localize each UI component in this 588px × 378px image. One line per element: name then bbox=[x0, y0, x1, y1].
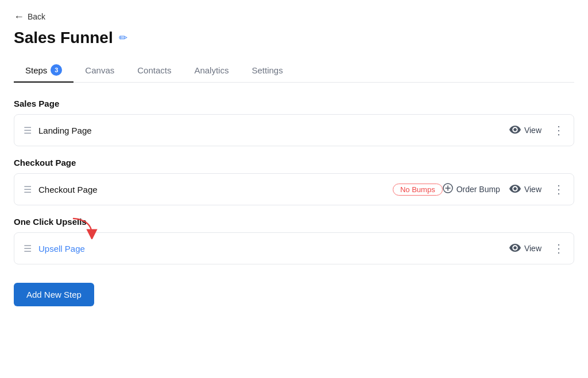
step-upsell-page-actions: View ⋮ bbox=[509, 241, 564, 255]
step-card-checkout-page: ☰ Checkout Page No Bumps Order Bump bbox=[14, 173, 574, 205]
tab-contacts[interactable]: Contacts bbox=[126, 59, 183, 83]
view-upsell-page-label: View bbox=[524, 244, 541, 253]
tab-analytics[interactable]: Analytics bbox=[183, 59, 240, 83]
tab-steps[interactable]: Steps 3 bbox=[14, 59, 74, 83]
tab-steps-label: Steps bbox=[25, 65, 47, 75]
section-sales-page: Sales Page ☰ Landing Page View ⋮ bbox=[14, 99, 574, 146]
tab-settings-label: Settings bbox=[252, 65, 283, 75]
view-checkout-page-label: View bbox=[524, 185, 541, 194]
section-sales-page-label: Sales Page bbox=[14, 99, 574, 108]
more-options-landing-page-icon[interactable]: ⋮ bbox=[553, 123, 564, 137]
section-checkout-page-label: Checkout Page bbox=[14, 158, 574, 167]
drag-handle-upsell-icon[interactable]: ☰ bbox=[24, 243, 32, 254]
view-checkout-page-button[interactable]: View bbox=[509, 184, 541, 196]
no-bumps-badge: No Bumps bbox=[393, 184, 443, 196]
upsell-arrow-container: ☰ Upsell Page View ⋮ bbox=[14, 232, 574, 264]
tab-contacts-label: Contacts bbox=[137, 65, 171, 75]
more-options-checkout-page-icon[interactable]: ⋮ bbox=[553, 182, 564, 196]
back-link[interactable]: ← Back bbox=[14, 11, 574, 22]
add-new-step-button[interactable]: Add New Step bbox=[14, 283, 94, 306]
red-arrow-icon bbox=[65, 216, 100, 239]
page-title: Sales Funnel bbox=[14, 29, 113, 47]
section-upsells: One Click Upsells ☰ Upsell Page bbox=[14, 217, 574, 264]
back-arrow-icon: ← bbox=[14, 11, 24, 22]
section-checkout-page: Checkout Page ☰ Checkout Page No Bumps O… bbox=[14, 158, 574, 205]
step-card-landing-page: ☰ Landing Page View ⋮ bbox=[14, 114, 574, 146]
drag-handle-checkout-icon[interactable]: ☰ bbox=[24, 184, 32, 195]
tab-steps-badge: 3 bbox=[51, 64, 62, 76]
step-checkout-page-actions: Order Bump View ⋮ bbox=[443, 182, 564, 196]
tab-analytics-label: Analytics bbox=[194, 65, 229, 75]
order-bump-button[interactable]: Order Bump bbox=[443, 183, 500, 196]
eye-checkout-icon bbox=[509, 184, 521, 196]
eye-icon bbox=[509, 124, 521, 137]
page-title-row: Sales Funnel ✏ bbox=[14, 29, 574, 47]
back-label: Back bbox=[28, 12, 45, 21]
step-upsell-page-name[interactable]: Upsell Page bbox=[38, 244, 509, 254]
tab-canvas-label: Canvas bbox=[85, 65, 114, 75]
tab-canvas[interactable]: Canvas bbox=[74, 59, 126, 83]
step-checkout-page-name: Checkout Page bbox=[38, 185, 386, 194]
view-landing-page-button[interactable]: View bbox=[509, 124, 541, 137]
drag-handle-icon[interactable]: ☰ bbox=[24, 125, 32, 136]
tab-settings[interactable]: Settings bbox=[240, 59, 294, 83]
plus-circle-icon bbox=[443, 183, 453, 196]
view-landing-page-label: View bbox=[524, 126, 541, 135]
step-landing-page-name: Landing Page bbox=[38, 126, 509, 135]
eye-upsell-icon bbox=[509, 243, 521, 255]
edit-icon[interactable]: ✏ bbox=[119, 32, 127, 44]
step-landing-page-actions: View ⋮ bbox=[509, 123, 564, 137]
view-upsell-page-button[interactable]: View bbox=[509, 243, 541, 255]
more-options-upsell-page-icon[interactable]: ⋮ bbox=[553, 241, 564, 255]
order-bump-label: Order Bump bbox=[457, 185, 500, 194]
tabs-bar: Steps 3 Canvas Contacts Analytics Settin… bbox=[14, 59, 574, 83]
